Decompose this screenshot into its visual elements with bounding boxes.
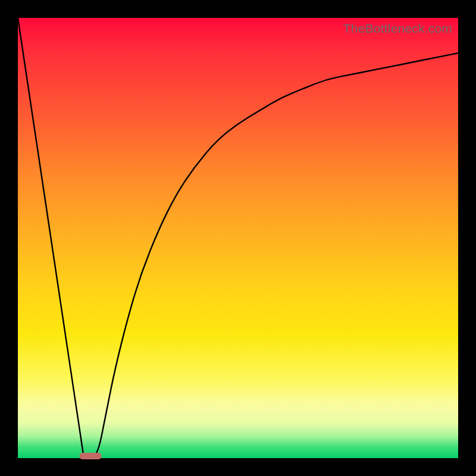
chart-frame: TheBottleneck.com xyxy=(0,0,476,476)
chart-overlay xyxy=(18,18,458,458)
min-marker xyxy=(80,453,102,459)
plot-area: TheBottleneck.com xyxy=(18,18,458,458)
chart-curve xyxy=(18,18,458,458)
